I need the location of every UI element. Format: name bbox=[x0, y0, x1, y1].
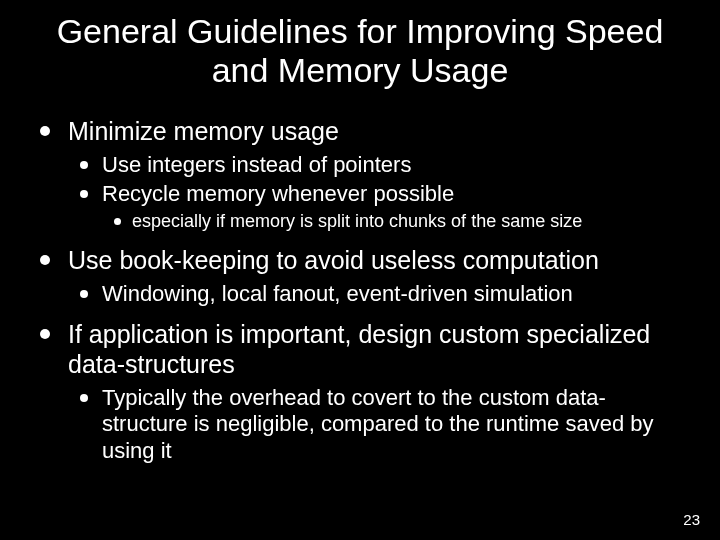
sub-bullet: Recycle memory whenever possible especia… bbox=[68, 181, 690, 233]
sub-sub-list: especially if memory is split into chunk… bbox=[102, 211, 690, 233]
sub-text: Use integers instead of pointers bbox=[102, 152, 411, 177]
sub-sub-text: especially if memory is split into chunk… bbox=[132, 211, 582, 231]
bullet-list: Minimize memory usage Use integers inste… bbox=[30, 116, 690, 464]
bullet-text: If application is important, design cust… bbox=[68, 320, 650, 378]
sub-sub-bullet: especially if memory is split into chunk… bbox=[102, 211, 690, 233]
page-number: 23 bbox=[683, 511, 700, 528]
slide-title: General Guidelines for Improving Speed a… bbox=[30, 12, 690, 90]
bullet-minimize-memory: Minimize memory usage Use integers inste… bbox=[30, 116, 690, 232]
sub-list: Windowing, local fanout, event-driven si… bbox=[68, 281, 690, 307]
bullet-text: Use book-keeping to avoid useless comput… bbox=[68, 246, 599, 274]
sub-text: Recycle memory whenever possible bbox=[102, 181, 454, 206]
sub-bullet: Typically the overhead to covert to the … bbox=[68, 385, 690, 464]
sub-list: Typically the overhead to covert to the … bbox=[68, 385, 690, 464]
sub-list: Use integers instead of pointers Recycle… bbox=[68, 152, 690, 232]
slide: General Guidelines for Improving Speed a… bbox=[0, 0, 720, 540]
sub-bullet: Use integers instead of pointers bbox=[68, 152, 690, 178]
bullet-text: Minimize memory usage bbox=[68, 117, 339, 145]
sub-bullet: Windowing, local fanout, event-driven si… bbox=[68, 281, 690, 307]
sub-text: Typically the overhead to covert to the … bbox=[102, 385, 654, 463]
bullet-bookkeeping: Use book-keeping to avoid useless comput… bbox=[30, 245, 690, 307]
sub-text: Windowing, local fanout, event-driven si… bbox=[102, 281, 573, 306]
bullet-custom-ds: If application is important, design cust… bbox=[30, 319, 690, 464]
